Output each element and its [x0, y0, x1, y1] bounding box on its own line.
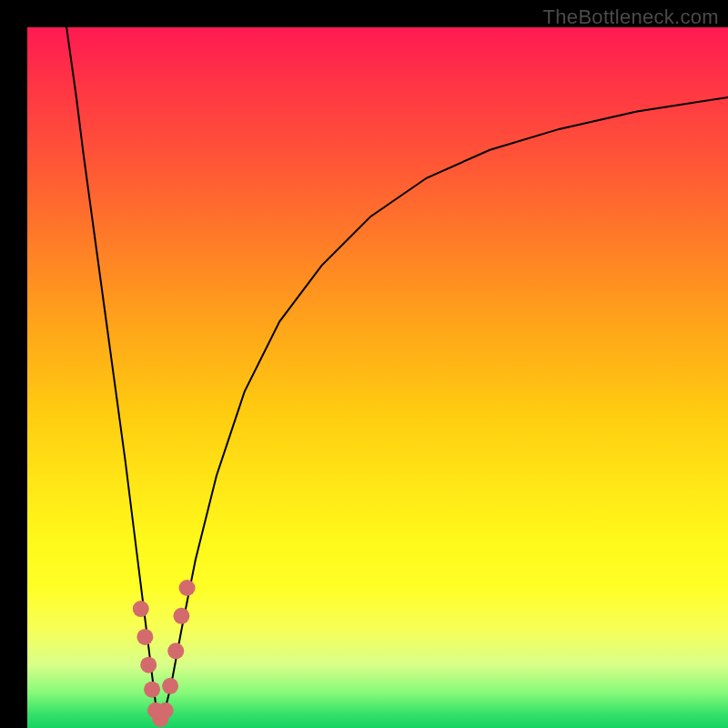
marker-dot: [144, 682, 160, 698]
curve-right-branch: [164, 97, 728, 714]
watermark-text: TheBottleneck.com: [543, 5, 719, 29]
marker-dot: [136, 629, 153, 645]
marker-dot: [179, 580, 196, 596]
marker-dot: [173, 608, 189, 624]
chart-svg: [27, 27, 728, 728]
marker-dot: [140, 657, 157, 673]
marker-dot: [167, 642, 184, 659]
marker-dot: [133, 601, 149, 617]
chart-frame: TheBottleneck.com: [0, 0, 728, 728]
marker-group: [133, 580, 196, 727]
marker-dot: [157, 703, 174, 719]
plot-area: [27, 27, 728, 728]
marker-dot: [162, 678, 178, 694]
